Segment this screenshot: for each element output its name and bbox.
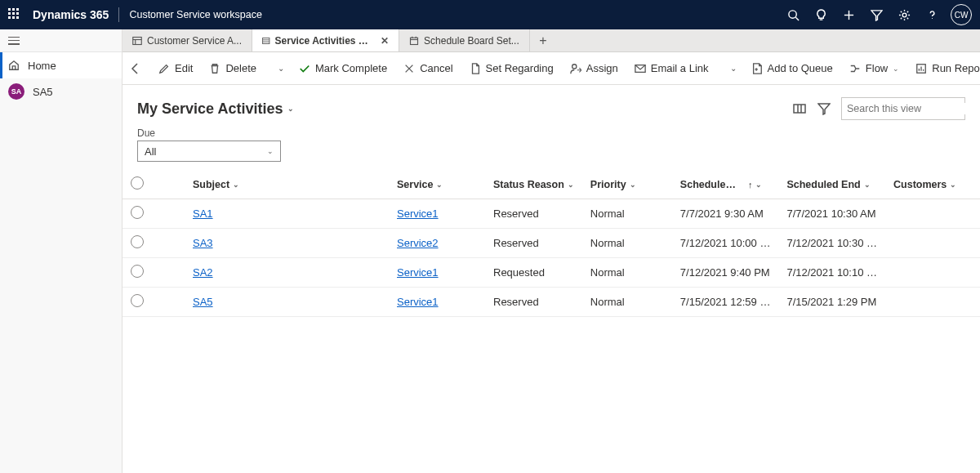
set-regarding-button[interactable]: Set Regarding (463, 56, 560, 82)
cmd-label: Run Report (932, 62, 980, 74)
add-to-queue-button[interactable]: Add to Queue (745, 56, 840, 82)
customers-cell (885, 229, 980, 258)
search-icon[interactable] (779, 0, 807, 29)
subject-link[interactable]: SA2 (193, 266, 213, 279)
customers-cell (885, 199, 980, 229)
service-link[interactable]: Service1 (397, 296, 439, 308)
nav-item-label: SA5 (33, 86, 53, 98)
svg-point-5 (902, 13, 906, 17)
delete-button[interactable]: Delete (203, 56, 263, 82)
hamburger-button[interactable] (0, 29, 122, 52)
cmd-label: Assign (586, 62, 618, 74)
lightbulb-icon[interactable] (807, 0, 835, 29)
help-icon[interactable] (918, 0, 946, 29)
table-row[interactable]: SA3Service2ReservedNormal7/12/2021 10:00… (122, 229, 980, 258)
customers-cell (885, 288, 980, 317)
user-avatar[interactable]: CW (951, 4, 972, 25)
nav-item-sa5[interactable]: SA SA5 (0, 78, 122, 105)
global-nav-bar: Dynamics 365 Customer Service workspace … (0, 0, 980, 29)
filter-icon[interactable] (812, 96, 836, 121)
chevron-down-icon: ⌄ (287, 105, 294, 113)
assign-button[interactable]: Assign (564, 56, 625, 82)
view-title-dropdown[interactable]: My Service Activities ⌄ (137, 100, 294, 118)
close-icon[interactable]: ✕ (381, 35, 389, 47)
svg-rect-7 (133, 37, 142, 44)
due-filter-group: Due All ⌄ (122, 126, 980, 170)
sched-end-cell: 7/12/2021 10:10 … (778, 258, 885, 288)
search-view-box[interactable] (841, 97, 965, 120)
tab-schedule-board[interactable]: Schedule Board Set... (399, 29, 530, 51)
svg-line-1 (795, 17, 799, 20)
email-link-split-chevron[interactable]: ⌄ (725, 64, 742, 73)
col-priority[interactable]: Priority⌄ (582, 170, 672, 199)
table-row[interactable]: SA5Service1ReservedNormal7/15/2021 12:59… (122, 288, 980, 317)
table-row[interactable]: SA1Service1ReservedNormal7/7/2021 9:30 A… (122, 199, 980, 229)
chevron-down-icon: ⌄ (893, 65, 899, 73)
flow-button[interactable]: Flow ⌄ (843, 56, 906, 82)
queue-icon (751, 63, 763, 74)
service-link[interactable]: Service1 (397, 266, 439, 279)
col-customers[interactable]: Customers⌄ (885, 170, 980, 199)
sched-start-cell: 7/7/2021 9:30 AM (672, 199, 779, 229)
page-header: My Service Activities ⌄ (122, 85, 980, 126)
sched-end-cell: 7/15/2021 1:29 PM (778, 288, 885, 317)
layout-icon (132, 36, 142, 46)
col-status-reason[interactable]: Status Reason⌄ (485, 170, 582, 199)
col-service[interactable]: Service⌄ (389, 170, 485, 199)
plus-icon[interactable] (835, 0, 862, 29)
email-link-button[interactable]: Email a Link (628, 56, 715, 82)
sa-badge-icon: SA (8, 83, 24, 100)
priority-cell: Normal (582, 258, 672, 288)
svg-rect-10 (263, 38, 270, 43)
tab-customer-service[interactable]: Customer Service A... (122, 29, 252, 51)
service-link[interactable]: Service2 (397, 237, 439, 249)
service-link[interactable]: Service1 (397, 207, 439, 220)
row-checkbox[interactable] (122, 199, 160, 229)
add-tab-button[interactable]: + (530, 29, 556, 51)
session-tab-strip: Customer Service A... Service Activities… (122, 29, 980, 52)
col-scheduled-start[interactable]: Schedule… ↑⌄ (672, 170, 779, 199)
app-launcher-icon[interactable] (8, 8, 21, 21)
cmd-label: Flow (866, 62, 888, 74)
due-select[interactable]: All ⌄ (137, 141, 281, 162)
row-checkbox[interactable] (122, 258, 160, 288)
search-input[interactable] (847, 103, 975, 114)
divider (118, 7, 119, 22)
row-checkbox[interactable] (122, 288, 160, 317)
filter-funnel-icon[interactable] (862, 0, 890, 29)
nav-item-home[interactable]: Home (0, 52, 122, 78)
sched-start-cell: 7/12/2021 10:00 … (672, 229, 779, 258)
run-report-button[interactable]: Run Report ⌄ (909, 56, 980, 82)
sort-ascending-icon: ↑ (748, 180, 753, 190)
cmd-label: Set Regarding (486, 62, 554, 74)
due-label: Due (137, 127, 965, 139)
col-subject[interactable]: Subject⌄ (160, 170, 389, 199)
svg-point-0 (788, 10, 795, 17)
sched-start-cell: 7/15/2021 12:59 … (672, 288, 779, 317)
back-arrow-icon[interactable] (129, 62, 142, 75)
delete-split-chevron[interactable]: ⌄ (273, 64, 289, 73)
edit-button[interactable]: Edit (152, 56, 199, 82)
brand-label[interactable]: Dynamics 365 (33, 8, 109, 21)
cmd-label: Delete (225, 62, 256, 74)
row-checkbox[interactable] (122, 229, 160, 258)
tab-service-activities[interactable]: Service Activities My Ser... ✕ (252, 29, 399, 51)
pencil-icon (158, 63, 170, 74)
edit-columns-icon[interactable] (787, 96, 812, 121)
subject-link[interactable]: SA3 (193, 237, 213, 249)
select-all-checkbox[interactable] (122, 170, 160, 199)
gear-icon[interactable] (890, 0, 918, 29)
nav-item-label: Home (28, 60, 56, 72)
status-cell: Reserved (485, 288, 582, 317)
mark-complete-button[interactable]: Mark Complete (292, 56, 394, 82)
cmd-label: Email a Link (651, 62, 709, 74)
col-scheduled-end[interactable]: Scheduled End⌄ (778, 170, 885, 199)
table-row[interactable]: SA2Service1RequestedNormal7/12/2021 9:40… (122, 258, 980, 288)
chevron-down-icon: ⌄ (267, 147, 274, 155)
subject-link[interactable]: SA5 (193, 296, 213, 308)
cancel-button[interactable]: Cancel (397, 56, 459, 82)
subject-link[interactable]: SA1 (193, 207, 213, 220)
app-name-label[interactable]: Customer Service workspace (129, 9, 262, 20)
status-cell: Requested (485, 258, 582, 288)
cmd-label: Add to Queue (768, 62, 833, 74)
